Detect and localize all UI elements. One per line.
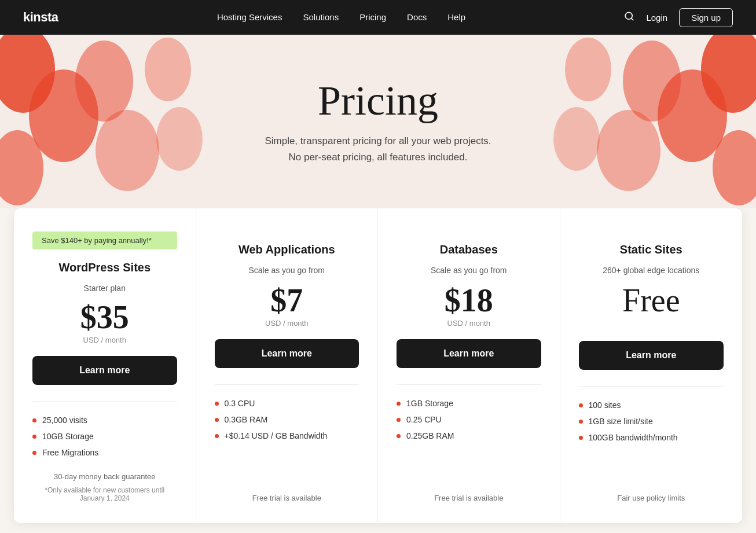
features-databases: 1GB Storage 0.25 CPU 0.25GB RAM (397, 399, 541, 468)
pricing-grid: Save $140+ by paying annually!* WordPres… (14, 208, 742, 523)
card-price-databases: $18 (397, 284, 541, 317)
free-trial-webapps: Free trial is available (215, 494, 359, 502)
bullet-icon (397, 402, 401, 406)
page-title: Pricing (265, 78, 491, 124)
card-footer-webapps: Free trial is available (215, 468, 359, 502)
bullet-icon (215, 434, 219, 438)
card-subtitle-webapps: Scale as you go from (215, 266, 359, 275)
learn-more-static[interactable]: Learn more (579, 341, 724, 370)
divider-databases (397, 384, 541, 385)
card-period-wordpress: USD / month (32, 336, 177, 344)
card-footer-static: Fair use policy limits (579, 468, 724, 502)
hero-banner: Pricing Simple, transparent pricing for … (0, 35, 756, 208)
list-item: 25,000 visits (32, 416, 177, 425)
nav-hosting-services[interactable]: Hosting Services (217, 12, 282, 22)
svg-point-7 (145, 38, 191, 101)
card-plan-wordpress: Starter plan (32, 284, 177, 293)
card-title-databases: Databases (397, 243, 541, 256)
list-item: 100GB bandwidth/month (579, 433, 724, 442)
fair-use-static: Fair use policy limits (579, 494, 724, 502)
svg-point-13 (597, 110, 660, 191)
card-price-static: Free (579, 284, 724, 317)
svg-point-15 (553, 107, 600, 171)
card-databases: Databases Scale as you go from $18 USD /… (378, 208, 560, 523)
card-subtitle-static: 260+ global edge locations (579, 266, 724, 275)
bullet-icon (579, 403, 583, 407)
card-period-webapps: USD / month (215, 319, 359, 328)
card-wordpress: Save $140+ by paying annually!* WordPres… (14, 208, 196, 523)
login-link[interactable]: Login (646, 13, 667, 23)
divider-wordpress (32, 401, 177, 402)
list-item: 0.3GB RAM (215, 415, 359, 424)
list-item: 1GB size limit/site (579, 417, 724, 426)
hero-subtitle: Simple, transparent pricing for all your… (265, 133, 491, 164)
navbar: kinsta Hosting Services Solutions Pricin… (0, 0, 756, 35)
bullet-icon (32, 418, 36, 422)
bullet-icon (397, 434, 401, 438)
bullet-icon (397, 418, 401, 422)
list-item: 10GB Storage (32, 432, 177, 441)
signup-button[interactable]: Sign up (679, 8, 733, 27)
list-item: 0.25GB RAM (397, 431, 541, 440)
card-price-webapps: $7 (215, 284, 359, 317)
nav-help[interactable]: Help (447, 12, 465, 22)
bullet-icon (215, 418, 219, 422)
bullet-icon (579, 436, 583, 440)
bullet-icon (579, 420, 583, 424)
features-static: 100 sites 1GB size limit/site 100GB band… (579, 400, 724, 468)
svg-point-12 (623, 41, 681, 122)
card-title-static: Static Sites (579, 243, 724, 256)
card-period-static (579, 319, 724, 329)
list-item: 100 sites (579, 400, 724, 410)
card-static-sites: Static Sites 260+ global edge locations … (560, 208, 743, 523)
free-trial-databases: Free trial is available (397, 494, 541, 502)
footer-guarantee: 30-day money back guarantee (32, 471, 177, 483)
card-web-apps: Web Applications Scale as you go from $7… (196, 208, 379, 523)
learn-more-databases[interactable]: Learn more (397, 339, 541, 368)
list-item: Free Migrations (32, 448, 177, 457)
nav-solutions[interactable]: Solutions (303, 12, 339, 22)
pricing-section: Save $140+ by paying annually!* WordPres… (0, 208, 756, 533)
svg-point-6 (96, 110, 159, 191)
card-title-webapps: Web Applications (215, 243, 359, 256)
footer-note: *Only available for new customers until … (32, 486, 177, 502)
list-item: 1GB Storage (397, 399, 541, 408)
save-badge: Save $140+ by paying annually!* (32, 231, 177, 249)
features-webapps: 0.3 CPU 0.3GB RAM +$0.14 USD / GB Bandwi… (215, 399, 359, 468)
list-item: 0.3 CPU (215, 399, 359, 408)
bullet-icon (32, 435, 36, 439)
card-footer-wordpress: 30-day money back guarantee *Only availa… (32, 457, 177, 502)
divider-webapps (215, 384, 359, 385)
features-wordpress: 25,000 visits 10GB Storage Free Migratio… (32, 416, 177, 457)
list-item: +$0.14 USD / GB Bandwidth (215, 431, 359, 440)
learn-more-wordpress[interactable]: Learn more (32, 356, 177, 385)
nav-right: Login Sign up (624, 8, 733, 27)
svg-line-1 (632, 18, 633, 20)
card-title-wordpress: WordPress Sites (32, 261, 177, 274)
nav-docs[interactable]: Docs (407, 12, 427, 22)
list-item: 0.25 CPU (397, 415, 541, 424)
bullet-icon (215, 402, 219, 406)
learn-more-webapps[interactable]: Learn more (215, 339, 359, 368)
search-icon[interactable] (624, 11, 634, 24)
card-period-databases: USD / month (397, 319, 541, 328)
hero-content: Pricing Simple, transparent pricing for … (265, 78, 491, 165)
svg-point-8 (156, 107, 203, 171)
card-subtitle-databases: Scale as you go from (397, 266, 541, 275)
bullet-icon (32, 451, 36, 455)
svg-point-5 (75, 41, 133, 122)
card-footer-databases: Free trial is available (397, 468, 541, 502)
nav-links: Hosting Services Solutions Pricing Docs … (217, 12, 465, 23)
logo[interactable]: kinsta (23, 10, 58, 25)
divider-static (579, 386, 724, 387)
svg-point-14 (565, 38, 611, 101)
nav-pricing[interactable]: Pricing (359, 12, 386, 22)
card-price-wordpress: $35 (32, 301, 177, 333)
